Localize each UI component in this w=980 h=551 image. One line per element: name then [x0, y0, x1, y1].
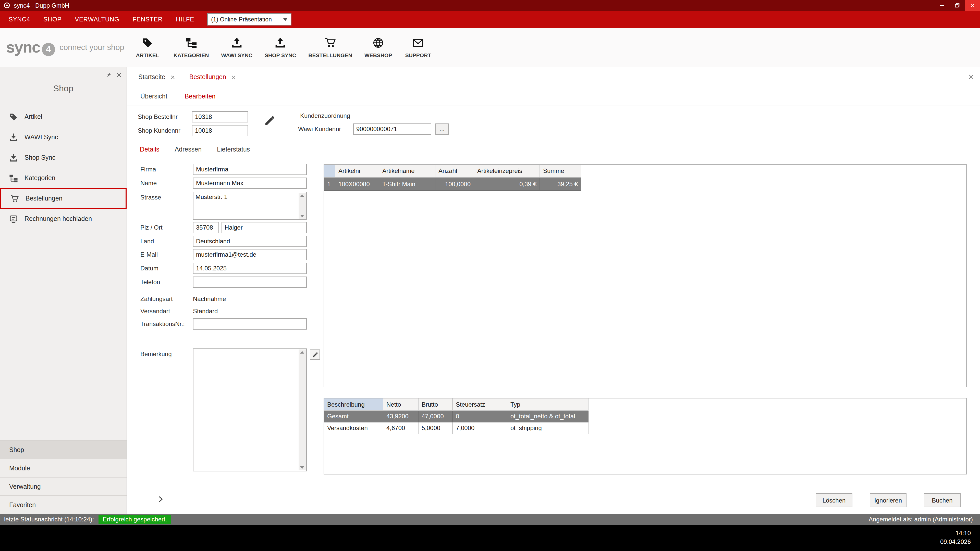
wawi-kundennr-browse-button[interactable]: ... [435, 124, 449, 135]
tab-adressen[interactable]: Adressen [167, 143, 209, 157]
minimize-icon [939, 3, 945, 8]
name-input[interactable] [193, 178, 307, 189]
tab-lieferstatus[interactable]: Lieferstatus [209, 143, 258, 157]
invoice-icon [9, 214, 18, 223]
tab-startseite[interactable]: Startseite [131, 67, 182, 87]
brutto-cell: 5,0000 [418, 422, 453, 434]
app-window: sync4 - Dupp GmbH SYNC4 SHOP VERWALTUNG … [0, 0, 980, 551]
loeschen-button[interactable]: Löschen [816, 493, 853, 507]
datum-input[interactable] [193, 263, 307, 274]
menu-verwaltung[interactable]: VERWALTUNG [68, 16, 126, 23]
sidebar-item-kategorien[interactable]: Kategorien [0, 168, 127, 188]
sidebar-nav-favoriten[interactable]: Favoriten [0, 495, 127, 514]
beschreibung-cell: Gesamt [324, 411, 383, 422]
screen: sync4 - Dupp GmbH SYNC4 SHOP VERWALTUNG … [0, 0, 980, 551]
restore-button[interactable] [950, 0, 965, 11]
sidebar-item-rechnungen-hochladen[interactable]: Rechnungen hochladen [0, 209, 127, 229]
close-icon[interactable] [116, 71, 122, 80]
close-button[interactable] [965, 0, 980, 11]
chevron-down-icon [283, 18, 287, 21]
taskbar-clock[interactable]: 14:10 09.04.2026 [940, 529, 971, 547]
menu-hilfe[interactable]: HILFE [169, 16, 201, 23]
toolbar-support-button[interactable]: SUPPORT [404, 37, 432, 58]
strasse-textarea[interactable]: Musterstr. 1 [193, 192, 298, 219]
sidebar-item-bestellungen[interactable]: Bestellungen [0, 188, 127, 209]
telefon-input[interactable] [193, 276, 307, 288]
table-row[interactable]: Versandkosten 4,6700 5,0000 7,0000 ot_sh… [324, 422, 966, 434]
cart-icon [325, 37, 336, 48]
scrollbar[interactable] [299, 349, 306, 470]
column-header[interactable]: Anzahl [435, 165, 474, 178]
scroll-up-icon[interactable] [300, 194, 304, 197]
plz-input[interactable] [193, 222, 219, 233]
titlebar: sync4 - Dupp GmbH [0, 0, 980, 11]
email-input[interactable] [193, 249, 307, 260]
pin-icon[interactable] [105, 71, 111, 80]
minimize-button[interactable] [934, 0, 950, 11]
toolbar-artikel-button[interactable]: ARTIKEL [134, 37, 161, 58]
edit-order-button[interactable] [264, 115, 275, 129]
column-header[interactable]: Beschreibung [324, 399, 383, 411]
scrollbar[interactable] [299, 193, 306, 219]
subtab-bearbeiten[interactable]: Bearbeiten [177, 93, 224, 100]
zahlungsart-value: Nachnahme [193, 293, 226, 305]
preset-dropdown-value: (1) Online-Präsentation [211, 16, 272, 22]
column-header[interactable]: Artikeleinzepreis [474, 165, 540, 178]
subtab-uebersicht[interactable]: Übersicht [132, 93, 176, 100]
plz-ort-label: Plz / Ort [140, 222, 162, 233]
shop-kundennr-input[interactable] [192, 125, 248, 136]
scroll-down-icon[interactable] [300, 215, 304, 218]
sidebar-nav-label: Module [9, 465, 30, 472]
sidebar-nav-verwaltung[interactable]: Verwaltung [0, 477, 127, 495]
toolbar-webshop-button[interactable]: WEBSHOP [364, 37, 392, 58]
expand-button[interactable] [157, 495, 164, 505]
toolbar-button-label: WEBSHOP [364, 52, 392, 58]
toolbar-kategorien-button[interactable]: KATEGORIEN [173, 37, 209, 58]
wawi-kundennr-input[interactable] [353, 124, 431, 135]
firma-input[interactable] [193, 164, 307, 175]
ignorieren-button[interactable]: Ignorieren [870, 493, 907, 507]
column-header[interactable]: Artikelname [379, 165, 435, 178]
close-icon[interactable] [968, 74, 974, 79]
column-header[interactable]: Artikelnr [335, 165, 379, 178]
mail-icon [412, 37, 424, 48]
menu-sync4[interactable]: SYNC4 [2, 16, 37, 23]
column-header[interactable]: Steuersatz [453, 399, 508, 411]
sidebar-item-shop-sync[interactable]: Shop Sync [0, 148, 127, 168]
scroll-down-icon[interactable] [300, 466, 304, 469]
shop-bestellnr-input[interactable] [192, 111, 248, 122]
toolbar-wawi-sync-button[interactable]: WAWI SYNC [221, 37, 252, 58]
column-header[interactable]: Summe [540, 165, 581, 178]
menu-shop[interactable]: SHOP [37, 16, 68, 23]
toolbar-shop-sync-button[interactable]: SHOP SYNC [265, 37, 296, 58]
versandart-label: Versandart [140, 306, 170, 317]
logo-brand-text: sync [6, 38, 40, 57]
land-input[interactable] [193, 236, 307, 247]
bemerkung-textarea[interactable] [193, 349, 298, 471]
sidebar-item-artikel[interactable]: Artikel [0, 106, 127, 127]
table-row[interactable]: 1 100X00080 T-Shitr Main 100,0000 0,39 €… [324, 178, 966, 191]
tab-bestellungen[interactable]: Bestellungen [182, 67, 243, 87]
menu-fenster[interactable]: FENSTER [126, 16, 169, 23]
toolbar-bestellungen-button[interactable]: BESTELLUNGEN [308, 37, 352, 58]
sidebar-nav-module[interactable]: Module [0, 459, 127, 477]
sidebar-item-wawi-sync[interactable]: WAWI Sync [0, 127, 127, 148]
edit-bemerkung-button[interactable] [310, 349, 320, 360]
column-header[interactable]: Typ [508, 399, 589, 411]
close-icon[interactable] [231, 75, 236, 79]
table-row[interactable]: Gesamt 43,9200 47,0000 0 ot_total_netto … [324, 411, 966, 422]
buchen-button[interactable]: Buchen [924, 493, 961, 507]
transaktionsnr-input[interactable] [193, 318, 307, 330]
column-header[interactable]: Brutto [418, 399, 453, 411]
close-icon[interactable] [170, 75, 175, 79]
preset-dropdown[interactable]: (1) Online-Präsentation [207, 13, 291, 25]
tab-details[interactable]: Details [132, 143, 167, 157]
restore-icon [954, 3, 960, 8]
scroll-up-icon[interactable] [300, 351, 304, 354]
typ-cell: ot_shipping [508, 422, 589, 434]
sidebar-nav-shop[interactable]: Shop [0, 440, 127, 459]
column-header[interactable]: Netto [383, 399, 418, 411]
app-logo-icon [3, 2, 10, 9]
ort-input[interactable] [221, 222, 307, 233]
clock-time: 14:10 [940, 529, 971, 538]
